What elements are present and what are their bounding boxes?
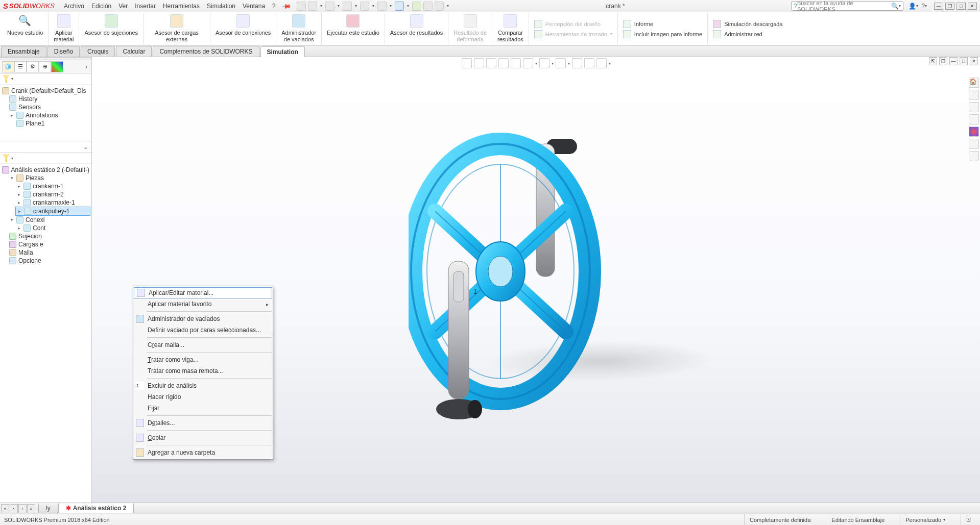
study-opciones[interactable]: Opcione [8,257,90,265]
tree-history[interactable]: History [8,95,90,103]
panel-tab-feature-icon[interactable]: 🧊 [2,61,14,72]
status-units-icon[interactable]: ⊡ [961,514,976,525]
ribbon-ejecutar[interactable]: Ejecutar este estudio [322,13,385,44]
qa-select-icon[interactable] [395,2,404,11]
close-button[interactable]: ✕ [968,3,977,10]
taskpane-custom-icon[interactable] [969,139,979,149]
study-cargas[interactable]: Cargas e [8,240,90,248]
tab-calcular[interactable]: Calcular [116,46,152,57]
vp-minimize-icon[interactable]: — [949,57,958,65]
ribbon-nuevo-estudio[interactable]: 🔍 Nuevo estudio [2,13,49,44]
tab-scroll-last-icon[interactable]: » [27,504,35,513]
help-search[interactable]: ? Buscar en la ayuda de SOLIDWORKS 🔍▾ [791,1,903,11]
ribbon-admin-red[interactable]: Administrar red [713,30,782,38]
filter-icon-2[interactable] [2,154,10,162]
qa-settings-icon[interactable] [435,2,444,11]
study-piezas[interactable]: ▾Piezas [8,174,90,182]
vp-restore-icon[interactable]: ❐ [939,57,947,65]
study-part-4-selected[interactable]: ▸crankpulley-1 [15,207,90,216]
tree-plane1[interactable]: Plane1 [15,119,90,128]
tab-ensamblaje[interactable]: Ensamblaje [1,46,46,57]
hud-view-settings-icon[interactable] [596,58,607,68]
menu-simulation[interactable]: Simulation [207,3,235,10]
taskpane-forum-icon[interactable] [969,151,979,161]
ribbon-asesor-conexiones[interactable]: Asesor de conexiones [210,13,276,44]
qa-open-icon[interactable] [325,2,334,11]
tab-scroll-first-icon[interactable]: « [1,504,9,513]
taskpane-view-icon[interactable] [969,114,979,124]
qa-home-icon[interactable] [297,2,306,11]
taskpane-home-icon[interactable]: 🏠 [969,78,979,88]
ribbon-asesor-sujeciones[interactable]: Asesor de sujeciones [79,13,144,44]
filter-icon[interactable] [2,75,10,83]
menu-insertar[interactable]: Insertar [135,3,156,10]
study-sujeciones[interactable]: Sujecion [8,232,90,240]
vp-dock-icon[interactable]: ⇱ [929,57,937,65]
ribbon-incluir-imagen[interactable]: Incluir imagen para informe [623,30,702,38]
study-part-2[interactable]: ▸crankarm-2 [15,190,90,198]
ctx-hacer-rigido[interactable]: Hacer rígido [133,391,273,403]
menu-ver[interactable]: Ver [118,3,128,10]
ctx-tratar-masa-remota[interactable]: Tratar como masa remota... [133,365,273,377]
qa-new-icon[interactable] [308,2,317,11]
tab-scroll-prev-icon[interactable]: ‹ [10,504,18,513]
hud-scene-icon[interactable] [572,58,582,68]
tab-complementos[interactable]: Complementos de SOLIDWORKS [153,46,259,57]
ctx-crear-malla[interactable]: Crear malla... [133,339,273,351]
qa-print-icon[interactable] [360,2,369,11]
ribbon-comparar[interactable]: Comparar resultados [492,13,529,44]
tree-sensors[interactable]: Sensors [8,103,90,111]
ribbon-sim-descargada[interactable]: Simulación descargada [713,20,782,28]
tree-scroll-down-icon[interactable]: ⌄ [80,141,91,153]
hud-hide-show-icon[interactable] [539,58,549,68]
study-malla[interactable]: Malla [8,248,90,257]
panel-expand-icon[interactable]: › [83,63,89,70]
vp-maximize-icon[interactable]: □ [960,57,968,65]
status-custom[interactable]: Personalizado ▾ [900,514,950,525]
menu-pin-icon[interactable]: 📌 [281,1,292,11]
study-part-1[interactable]: ▸crankarm-1 [15,182,90,190]
tree-root[interactable]: Crank (Default<Default_Dis [1,87,90,95]
ribbon-asesor-resultados[interactable]: Asesor de resultados [385,13,448,44]
user-icon[interactable]: 👤 [909,3,916,10]
tab-scroll-next-icon[interactable]: › [18,504,27,513]
tab-diseno[interactable]: Diseño [47,46,80,57]
maximize-button[interactable]: □ [957,3,966,10]
qa-rebuild-icon[interactable] [412,2,421,11]
hud-prev-view-icon[interactable] [486,58,496,68]
ribbon-asesor-cargas[interactable]: Asesor de cargas externas [144,13,210,44]
ribbon-aplicar-material[interactable]: Aplicar material [49,13,79,44]
taskpane-appearance-icon[interactable] [969,127,979,137]
ctx-admin-vaciados[interactable]: Administrador de vaciados [133,313,273,324]
qa-undo-icon[interactable] [377,2,387,11]
bottom-tab-study[interactable]: ✱Análisis estático 2 [58,504,134,513]
hud-view-orient-icon[interactable] [511,58,521,68]
help-dropdown-icon[interactable]: ? [921,3,925,10]
study-root[interactable]: Análisis estático 2 (-Default-) [1,166,90,174]
model-3d[interactable]: 1 [409,123,628,430]
ctx-detalles[interactable]: Detalles... [133,417,273,429]
tree-annotations[interactable]: ▸Annotations [8,111,90,119]
menu-archivo[interactable]: Archivo [64,3,84,10]
ctx-fijar[interactable]: Fijar [133,403,273,414]
menu-herramientas[interactable]: Herramientas [163,3,200,10]
ctx-tratar-viga[interactable]: Tratar como viga... [133,354,273,365]
search-icon[interactable]: 🔍 [891,3,899,10]
study-part-3[interactable]: ▸crankarmaxle-1 [15,198,90,207]
menu-help[interactable]: ? [272,3,276,10]
restore-button[interactable]: ❐ [945,3,954,10]
qa-save-icon[interactable] [343,2,352,11]
ctx-agregar-carpeta[interactable]: Agregar a nueva carpeta [133,447,273,458]
panel-tab-config-icon[interactable]: ⚙ [27,61,39,72]
study-conexiones[interactable]: ▾Conexi [8,216,90,224]
ctx-definir-vaciado[interactable]: Definir vaciado por caras seleccionadas.… [133,324,273,336]
qa-options-icon[interactable] [423,2,433,11]
hud-display-style-icon[interactable] [523,58,533,68]
panel-tab-appearance-icon[interactable] [51,61,63,72]
hud-appearance-icon[interactable] [556,58,566,68]
tab-croquis[interactable]: Croquis [81,46,115,57]
tab-simulation[interactable]: Simulation [260,46,305,57]
ctx-copiar[interactable]: Copiar [133,432,273,443]
graphics-viewport[interactable]: ▾ ▾ ▾ ▾ ⇱ ❐ — □ ✕ 🏠 [92,57,980,514]
hud-section-icon[interactable] [498,58,509,68]
